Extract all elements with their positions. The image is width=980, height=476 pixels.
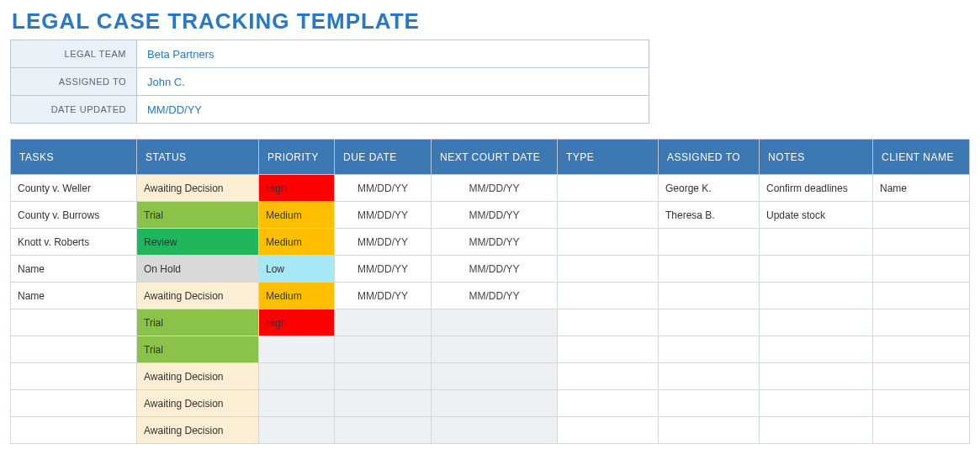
- cell-notes[interactable]: [760, 229, 873, 256]
- cell-status[interactable]: Awaiting Decision: [137, 363, 259, 390]
- table-row: NameAwaiting DecisionMediumMM/DD/YYMM/DD…: [11, 283, 970, 309]
- cell-notes[interactable]: [760, 256, 873, 283]
- cell-task[interactable]: [11, 390, 137, 417]
- cell-client[interactable]: [873, 363, 970, 390]
- cell-status[interactable]: Awaiting Decision: [137, 417, 259, 444]
- cell-due[interactable]: MM/DD/YY: [335, 256, 432, 283]
- cell-due[interactable]: MM/DD/YY: [335, 229, 432, 256]
- cell-priority[interactable]: High: [259, 309, 335, 336]
- meta-label-date-updated: DATE UPDATED: [11, 96, 137, 124]
- cell-notes[interactable]: Update stock: [760, 202, 873, 229]
- cell-status[interactable]: On Hold: [137, 256, 259, 283]
- cell-court[interactable]: MM/DD/YY: [432, 256, 558, 283]
- cell-court[interactable]: MM/DD/YY: [432, 175, 558, 202]
- cell-court[interactable]: MM/DD/YY: [432, 229, 558, 256]
- cell-status[interactable]: Trial: [137, 202, 259, 229]
- meta-value-assigned-to[interactable]: John C.: [137, 68, 649, 96]
- cell-task[interactable]: Name: [11, 256, 137, 283]
- cell-court[interactable]: [432, 336, 558, 363]
- cell-due[interactable]: MM/DD/YY: [335, 283, 432, 309]
- cell-due[interactable]: [335, 390, 432, 417]
- cell-court[interactable]: [432, 309, 558, 336]
- cell-due[interactable]: [335, 417, 432, 444]
- cell-client[interactable]: [873, 229, 970, 256]
- meta-value-legal-team[interactable]: Beta Partners: [137, 40, 649, 68]
- cell-notes[interactable]: [760, 363, 873, 390]
- cell-task[interactable]: Name: [11, 283, 137, 309]
- cell-client[interactable]: [873, 283, 970, 309]
- cell-client[interactable]: [873, 336, 970, 363]
- cell-type[interactable]: [558, 417, 659, 444]
- cell-assigned[interactable]: [659, 283, 760, 309]
- cell-task[interactable]: [11, 336, 137, 363]
- cell-task[interactable]: [11, 363, 137, 390]
- cell-type[interactable]: [558, 229, 659, 256]
- cell-type[interactable]: [558, 390, 659, 417]
- cell-court[interactable]: [432, 417, 558, 444]
- cell-status[interactable]: Awaiting Decision: [137, 390, 259, 417]
- case-grid: TASKS STATUS PRIORITY DUE DATE NEXT COUR…: [10, 139, 970, 444]
- cell-client[interactable]: [873, 202, 970, 229]
- cell-court[interactable]: MM/DD/YY: [432, 202, 558, 229]
- cell-assigned[interactable]: [659, 256, 760, 283]
- cell-task[interactable]: [11, 309, 137, 336]
- cell-notes[interactable]: [760, 336, 873, 363]
- page-title: LEGAL CASE TRACKING TEMPLATE: [12, 8, 970, 34]
- cell-client[interactable]: Name: [873, 175, 970, 202]
- cell-notes[interactable]: [760, 309, 873, 336]
- cell-due[interactable]: [335, 363, 432, 390]
- cell-notes[interactable]: Confirm deadlines: [760, 175, 873, 202]
- cell-due[interactable]: MM/DD/YY: [335, 175, 432, 202]
- table-row: Awaiting Decision: [11, 417, 970, 444]
- cell-type[interactable]: [558, 283, 659, 309]
- cell-priority[interactable]: Medium: [259, 202, 335, 229]
- cell-priority[interactable]: Medium: [259, 283, 335, 309]
- cell-type[interactable]: [558, 256, 659, 283]
- cell-status[interactable]: Trial: [137, 336, 259, 363]
- cell-assigned[interactable]: [659, 417, 760, 444]
- cell-priority[interactable]: [259, 363, 335, 390]
- cell-status[interactable]: Awaiting Decision: [137, 175, 259, 202]
- cell-type[interactable]: [558, 363, 659, 390]
- cell-client[interactable]: [873, 309, 970, 336]
- cell-assigned[interactable]: Theresa B.: [659, 202, 760, 229]
- cell-client[interactable]: [873, 417, 970, 444]
- cell-court[interactable]: MM/DD/YY: [432, 283, 558, 309]
- cell-task[interactable]: County v. Weller: [11, 175, 137, 202]
- cell-status[interactable]: Awaiting Decision: [137, 283, 259, 309]
- cell-type[interactable]: [558, 202, 659, 229]
- cell-priority[interactable]: [259, 390, 335, 417]
- cell-task[interactable]: [11, 417, 137, 444]
- cell-priority[interactable]: Medium: [259, 229, 335, 256]
- cell-priority[interactable]: High: [259, 175, 335, 202]
- cell-priority[interactable]: Low: [259, 256, 335, 283]
- table-row: Awaiting Decision: [11, 363, 970, 390]
- cell-assigned[interactable]: [659, 390, 760, 417]
- cell-priority[interactable]: [259, 417, 335, 444]
- cell-due[interactable]: [335, 309, 432, 336]
- cell-assigned[interactable]: [659, 363, 760, 390]
- table-row: Trial: [11, 336, 970, 363]
- cell-client[interactable]: [873, 390, 970, 417]
- cell-court[interactable]: [432, 363, 558, 390]
- cell-type[interactable]: [558, 175, 659, 202]
- cell-status[interactable]: Trial: [137, 309, 259, 336]
- cell-assigned[interactable]: [659, 336, 760, 363]
- cell-type[interactable]: [558, 336, 659, 363]
- cell-due[interactable]: MM/DD/YY: [335, 202, 432, 229]
- cell-task[interactable]: County v. Burrows: [11, 202, 137, 229]
- cell-task[interactable]: Knott v. Roberts: [11, 229, 137, 256]
- cell-due[interactable]: [335, 336, 432, 363]
- cell-client[interactable]: [873, 256, 970, 283]
- cell-court[interactable]: [432, 390, 558, 417]
- cell-priority[interactable]: [259, 336, 335, 363]
- cell-notes[interactable]: [760, 390, 873, 417]
- cell-status[interactable]: Review: [137, 229, 259, 256]
- meta-value-date-updated[interactable]: MM/DD/YY: [137, 96, 649, 124]
- cell-assigned[interactable]: [659, 229, 760, 256]
- cell-assigned[interactable]: [659, 309, 760, 336]
- cell-notes[interactable]: [760, 417, 873, 444]
- cell-notes[interactable]: [760, 283, 873, 309]
- cell-type[interactable]: [558, 309, 659, 336]
- cell-assigned[interactable]: George K.: [659, 175, 760, 202]
